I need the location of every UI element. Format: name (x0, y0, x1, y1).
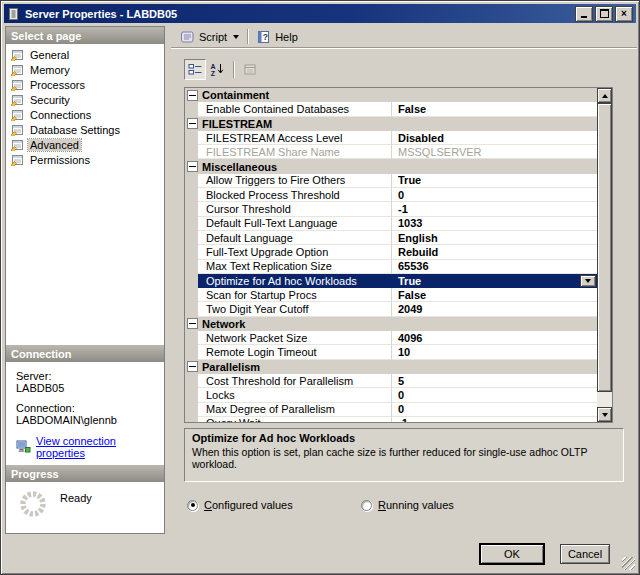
scrollbar-thumb[interactable] (597, 103, 612, 392)
property-row[interactable]: Full-Text Upgrade OptionRebuild (185, 245, 597, 259)
category-row[interactable]: FILESTREAM (185, 117, 597, 131)
property-value[interactable]: True (392, 274, 597, 288)
scroll-up-button[interactable] (597, 88, 612, 103)
resize-grip[interactable] (622, 557, 635, 570)
property-value[interactable]: 0 (392, 388, 597, 402)
row-gutter (185, 374, 198, 388)
svg-text:Z: Z (210, 70, 215, 77)
property-row[interactable]: Query Wait-1 (185, 417, 597, 422)
property-value[interactable]: Rebuild (392, 245, 597, 259)
window-icon (7, 7, 21, 21)
property-value[interactable]: 1033 (392, 217, 597, 231)
row-gutter (185, 288, 198, 302)
running-values-radio[interactable]: Running values (361, 499, 454, 511)
property-value[interactable]: True (392, 174, 597, 188)
close-button[interactable]: × (615, 6, 633, 22)
sidebar-item-security[interactable]: Security (6, 92, 164, 107)
property-row[interactable]: Scan for Startup ProcsFalse (185, 288, 597, 302)
category-row[interactable]: Containment (185, 88, 597, 102)
value-dropdown-button[interactable] (580, 275, 596, 287)
property-value[interactable]: 5 (392, 374, 597, 388)
server-value: LABDB05 (16, 382, 164, 394)
property-description-panel: Optimize for Ad hoc Workloads When this … (184, 428, 624, 482)
maximize-icon (600, 9, 609, 18)
property-value[interactable]: 4096 (392, 331, 597, 345)
collapse-icon[interactable] (187, 161, 198, 172)
help-button[interactable]: ? Help (252, 29, 302, 45)
collapse-icon[interactable] (187, 90, 198, 101)
sidebar-item-general[interactable]: General (6, 47, 164, 62)
window-controls: × (575, 6, 633, 22)
sidebar-item-permissions[interactable]: Permissions (6, 152, 164, 167)
collapse-icon[interactable] (187, 118, 198, 129)
vertical-scrollbar[interactable] (597, 88, 612, 422)
row-gutter (185, 188, 198, 202)
property-value[interactable]: False (392, 288, 597, 302)
property-row[interactable]: Enable Contained DatabasesFalse (185, 102, 597, 116)
maximize-button[interactable] (595, 6, 613, 22)
sidebar-item-memory[interactable]: Memory (6, 62, 164, 77)
view-connection-properties-link[interactable]: View connection properties (36, 435, 164, 459)
property-row[interactable]: Default LanguageEnglish (185, 231, 597, 245)
property-row[interactable]: Allow Triggers to Fire OthersTrue (185, 174, 597, 188)
script-dropdown-caret-icon[interactable] (233, 35, 239, 39)
property-value[interactable]: 10 (392, 345, 597, 359)
property-row[interactable]: FILESTREAM Access LevelDisabled (185, 131, 597, 145)
property-value[interactable]: 0 (392, 188, 597, 202)
alphabetical-sort-button[interactable]: AZ (206, 59, 228, 80)
category-row[interactable]: Miscellaneous (185, 159, 597, 173)
page-icon (10, 79, 24, 91)
property-value[interactable]: Disabled (392, 131, 597, 145)
category-row[interactable]: Network (185, 317, 597, 331)
property-value[interactable]: 0 (392, 403, 597, 417)
ok-button[interactable]: OK (480, 544, 544, 564)
sidebar-item-processors[interactable]: Processors (6, 77, 164, 92)
property-row[interactable]: Network Packet Size4096 (185, 331, 597, 345)
help-icon: ? (256, 30, 271, 44)
collapse-icon[interactable] (187, 318, 198, 329)
property-value[interactable]: -1 (392, 417, 597, 422)
property-value[interactable]: MSSQLSERVER (392, 145, 597, 159)
row-gutter (185, 388, 198, 402)
script-button[interactable]: Script (176, 29, 243, 45)
property-row[interactable]: Locks0 (185, 388, 597, 402)
property-row[interactable]: Optimize for Ad hoc WorkloadsTrue (185, 274, 597, 288)
collapse-icon[interactable] (187, 361, 198, 372)
property-row[interactable]: Max Text Replication Size65536 (185, 260, 597, 274)
category-label: Containment (202, 89, 269, 101)
property-value[interactable]: False (392, 102, 597, 116)
property-value[interactable]: 65536 (392, 260, 597, 274)
property-row[interactable]: Max Degree of Parallelism0 (185, 403, 597, 417)
sidebar-item-advanced[interactable]: Advanced (6, 137, 164, 152)
minimize-button[interactable] (575, 6, 593, 22)
titlebar[interactable]: Server Properties - LABDB05 × (4, 4, 636, 23)
radio-icon (361, 500, 372, 511)
scroll-up-icon (602, 94, 608, 98)
property-name: Network Packet Size (198, 331, 392, 345)
scroll-down-button[interactable] (597, 407, 612, 422)
property-row[interactable]: Cursor Threshold-1 (185, 202, 597, 216)
property-row[interactable]: FILESTREAM Share NameMSSQLSERVER (185, 145, 597, 159)
cancel-button[interactable]: Cancel (560, 544, 610, 564)
property-row[interactable]: Cost Threshold for Parallelism5 (185, 374, 597, 388)
property-row[interactable]: Two Digit Year Cutoff2049 (185, 302, 597, 316)
categorized-view-button[interactable] (184, 59, 206, 80)
page-icon (10, 109, 24, 121)
category-label: Network (202, 318, 245, 330)
property-value[interactable]: -1 (392, 202, 597, 216)
toolbar-separator (247, 29, 248, 44)
sidebar-item-database-settings[interactable]: Database Settings (6, 122, 164, 137)
progress-status: Ready (60, 492, 92, 504)
property-value[interactable]: English (392, 231, 597, 245)
radio-icon (187, 500, 198, 511)
property-row[interactable]: Default Full-Text Language1033 (185, 217, 597, 231)
sidebar-item-connections[interactable]: Connections (6, 107, 164, 122)
property-row[interactable]: Remote Login Timeout10 (185, 345, 597, 359)
category-row[interactable]: Parallelism (185, 360, 597, 374)
category-label: Miscellaneous (202, 161, 277, 173)
configured-values-radio[interactable]: Configured values (187, 499, 361, 511)
property-name: Remote Login Timeout (198, 345, 392, 359)
property-value[interactable]: 2049 (392, 302, 597, 316)
property-row[interactable]: Blocked Process Threshold0 (185, 188, 597, 202)
property-name: Full-Text Upgrade Option (198, 245, 392, 259)
